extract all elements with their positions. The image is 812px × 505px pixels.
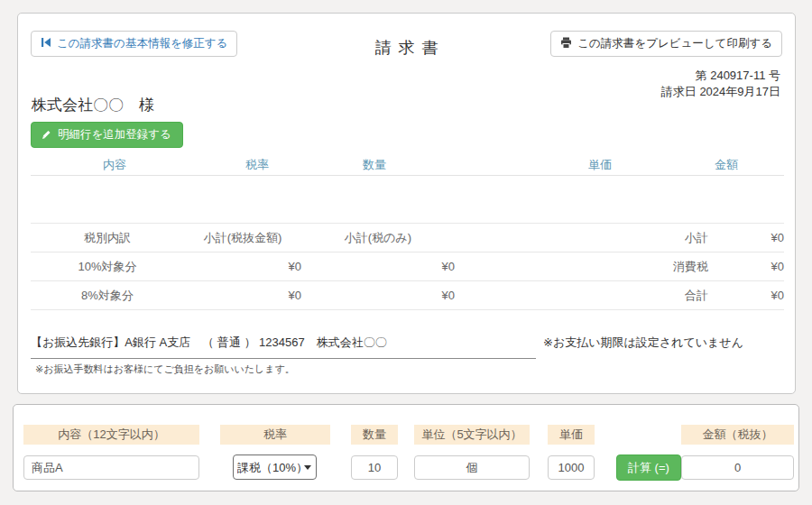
quantity-field-label: 数量 bbox=[351, 425, 398, 445]
rate8-label: 8%対象分 bbox=[31, 281, 184, 310]
summary-row: 税別内訳 小計(税抜金額) 小計(税のみ) 小計 ¥0 bbox=[31, 224, 784, 252]
unit-input[interactable] bbox=[414, 455, 530, 480]
invoice-date: 請求日 2024年9月17日 bbox=[661, 84, 780, 100]
pencil-icon bbox=[42, 129, 52, 142]
column-header-tax-rate: 税率 bbox=[245, 157, 269, 173]
line-item-entry-panel: 内容（12文字以内） 税率 課税（10%） 数量 単位（5文字以内） 単価 計算… bbox=[13, 404, 799, 491]
invoice-number: 第 240917-11 号 bbox=[696, 68, 780, 84]
transfer-fee-note: ※お振込手数料はお客様にてご負担をお願いいたします。 bbox=[35, 363, 295, 376]
content-field-label: 内容（12文字以内） bbox=[23, 425, 199, 445]
tax-rate-select[interactable]: 課税（10%） bbox=[233, 454, 317, 480]
items-table-header: 内容 税率 数量 単価 金額 bbox=[31, 154, 784, 176]
summary-row: 10%対象分 ¥0 ¥0 消費税 ¥0 bbox=[31, 252, 784, 281]
subtotal-label: 小計 bbox=[618, 224, 708, 252]
summary-table: 税別内訳 小計(税抜金額) 小計(税のみ) 小計 ¥0 10%対象分 ¥0 ¥0… bbox=[31, 223, 784, 310]
column-header-quantity: 数量 bbox=[363, 157, 386, 173]
quantity-input[interactable] bbox=[351, 455, 398, 480]
total-value: ¥0 bbox=[708, 281, 784, 310]
calculate-button[interactable]: 計算 (=) bbox=[616, 454, 681, 481]
add-line-item-button[interactable]: 明細行を追加登録する bbox=[31, 122, 183, 148]
rate8-ex-tax-value: ¥0 bbox=[184, 281, 301, 310]
content-input[interactable] bbox=[23, 455, 199, 480]
subtotal-ex-tax-header: 小計(税抜金額) bbox=[184, 224, 301, 252]
tax-rate-select-wrap: 課税（10%） bbox=[233, 454, 317, 480]
subtotal-tax-only-header: 小計(税のみ) bbox=[301, 224, 455, 252]
summary-row: 8%対象分 ¥0 ¥0 合計 ¥0 bbox=[31, 281, 784, 310]
tax-breakdown-header: 税別内訳 bbox=[31, 224, 184, 252]
tax-rate-field-label: 税率 bbox=[220, 425, 330, 445]
rate10-ex-tax-value: ¥0 bbox=[184, 252, 301, 281]
consumption-tax-value: ¥0 bbox=[708, 252, 784, 281]
consumption-tax-label: 消費税 bbox=[618, 252, 708, 281]
preview-print-button[interactable]: この請求書をプレビューして印刷する bbox=[550, 31, 782, 57]
subtotal-value: ¥0 bbox=[708, 224, 784, 252]
total-label: 合計 bbox=[618, 281, 708, 310]
amount-input[interactable] bbox=[681, 455, 794, 480]
bank-transfer-info: 【お振込先銀行】A銀行 A支店 （ 普通 ） 1234567 株式会社〇〇 bbox=[31, 335, 536, 359]
unit-field-label: 単位（5文字以内） bbox=[414, 425, 530, 445]
rate10-label: 10%対象分 bbox=[31, 252, 184, 281]
rate8-tax-only-value: ¥0 bbox=[301, 281, 455, 310]
preview-print-label: この請求書をプレビューして印刷する bbox=[577, 36, 772, 51]
payment-due-note: ※お支払い期限は設定されていません bbox=[543, 335, 743, 351]
column-header-amount: 金額 bbox=[715, 157, 738, 173]
unit-price-input[interactable] bbox=[548, 455, 595, 480]
printer-icon bbox=[560, 37, 572, 51]
column-header-content: 内容 bbox=[103, 157, 126, 173]
unit-price-field-label: 単価 bbox=[548, 425, 595, 445]
customer-name: 株式会社〇〇 様 bbox=[32, 95, 154, 115]
column-header-unit-price: 単価 bbox=[588, 157, 612, 173]
add-line-item-label: 明細行を追加登録する bbox=[58, 127, 171, 142]
invoice-panel: この請求書の基本情報を修正する 請求書 この請求書をプレビューして印刷する 第 … bbox=[17, 13, 796, 394]
amount-field-label: 金額（税抜） bbox=[681, 425, 794, 445]
rate10-tax-only-value: ¥0 bbox=[301, 252, 455, 281]
